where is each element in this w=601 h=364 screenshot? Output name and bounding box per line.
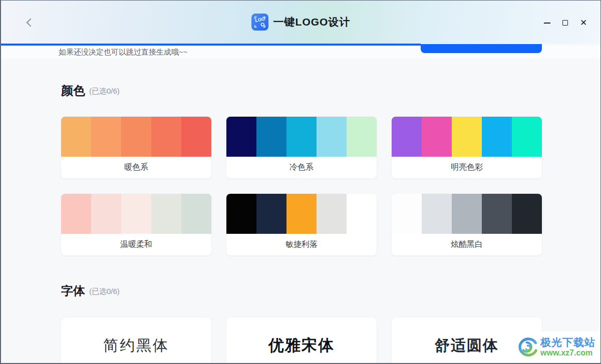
- palette-card-1[interactable]: 冷色系: [226, 117, 377, 178]
- app-logo-icon: LOG O: [251, 14, 268, 31]
- font-sample-label: 简约黑体: [103, 335, 169, 356]
- palette-label: 明亮色彩: [392, 157, 542, 178]
- skip-hint-text: 如果还没决定也可以跳过直接生成哦~~: [59, 48, 188, 57]
- palette-label: 冷色系: [226, 157, 377, 178]
- window-controls: ✕: [544, 20, 586, 26]
- color-swatch: [226, 194, 256, 234]
- color-swatch: [151, 194, 181, 234]
- color-swatch: [482, 194, 512, 234]
- color-swatch: [256, 117, 286, 157]
- palette-label: 暖色系: [61, 157, 211, 178]
- color-swatch: [392, 194, 422, 234]
- fonts-selected-count: (已选0/6): [89, 287, 120, 295]
- color-swatch: [226, 117, 256, 157]
- palette-swatches: [61, 117, 211, 157]
- color-swatch: [61, 117, 91, 157]
- color-swatch: [181, 194, 211, 234]
- watermark-texts: 极光下载站 www.xz7.com: [540, 337, 595, 357]
- app-window: LOG O 一键LOGO设计 ✕ 如果还没决定也可以跳过直接生成哦~~ 颜色(已…: [0, 0, 601, 364]
- fonts-section-title: 字体(已选0/6): [61, 283, 120, 299]
- colors-selected-count: (已选0/6): [89, 87, 120, 95]
- palette-swatches: [392, 194, 542, 234]
- generate-button[interactable]: [421, 44, 542, 53]
- color-swatch: [347, 194, 377, 234]
- palette-grid: 暖色系冷色系明亮色彩温暖柔和敏捷利落炫酷黑白: [61, 117, 542, 255]
- palette-swatches: [61, 194, 211, 234]
- color-swatch: [512, 194, 542, 234]
- color-swatch: [317, 117, 347, 157]
- color-swatch: [256, 194, 286, 234]
- palette-label: 敏捷利落: [226, 234, 377, 255]
- color-swatch: [452, 194, 482, 234]
- palette-swatches: [392, 117, 542, 157]
- palette-label: 炫酷黑白: [392, 234, 542, 255]
- app-title: 一键LOGO设计: [273, 15, 351, 29]
- font-grid: 简约黑体优雅宋体舒适圆体: [61, 317, 542, 364]
- palette-card-3[interactable]: 温暖柔和: [61, 194, 211, 255]
- color-swatch: [286, 117, 317, 157]
- palette-card-4[interactable]: 敏捷利落: [226, 194, 377, 255]
- font-sample-label: 优雅宋体: [268, 335, 335, 356]
- fonts-title-text: 字体: [61, 284, 85, 297]
- color-swatch: [482, 117, 512, 157]
- color-swatch: [91, 194, 121, 234]
- site-watermark: 极光下载站 www.xz7.com: [515, 331, 599, 363]
- color-swatch: [452, 117, 482, 157]
- titlebar-center: LOG O 一键LOGO设计: [1, 14, 600, 31]
- color-swatch: [181, 117, 211, 157]
- watermark-url: www.xz7.com: [540, 349, 595, 357]
- color-swatch: [317, 194, 347, 234]
- color-swatch: [422, 194, 452, 234]
- color-swatch: [61, 194, 91, 234]
- minimize-button[interactable]: [544, 20, 550, 26]
- color-swatch: [512, 117, 542, 157]
- color-swatch: [121, 117, 151, 157]
- color-swatch: [347, 117, 377, 157]
- progress-line: [1, 44, 421, 46]
- palette-card-2[interactable]: 明亮色彩: [392, 117, 542, 178]
- colors-section-title: 颜色(已选0/6): [61, 83, 120, 99]
- close-button[interactable]: ✕: [580, 20, 586, 26]
- font-card-0[interactable]: 简约黑体: [61, 317, 211, 364]
- palette-card-0[interactable]: 暖色系: [61, 117, 211, 178]
- color-swatch: [392, 117, 422, 157]
- palette-card-5[interactable]: 炫酷黑白: [392, 194, 542, 255]
- font-card-1[interactable]: 优雅宋体: [226, 317, 377, 364]
- color-swatch: [121, 194, 151, 234]
- maximize-button[interactable]: [562, 20, 568, 26]
- font-sample-label: 舒适圆体: [435, 335, 499, 356]
- color-swatch: [91, 117, 121, 157]
- titlebar: LOG O 一键LOGO设计 ✕: [1, 1, 600, 44]
- swirl-icon: [516, 335, 539, 359]
- color-swatch: [422, 117, 452, 157]
- palette-swatches: [226, 194, 377, 234]
- palette-swatches: [226, 117, 377, 157]
- colors-title-text: 颜色: [61, 84, 85, 97]
- watermark-site-name: 极光下载站: [540, 337, 595, 348]
- color-swatch: [286, 194, 317, 234]
- color-swatch: [151, 117, 181, 157]
- palette-label: 温暖柔和: [61, 234, 211, 255]
